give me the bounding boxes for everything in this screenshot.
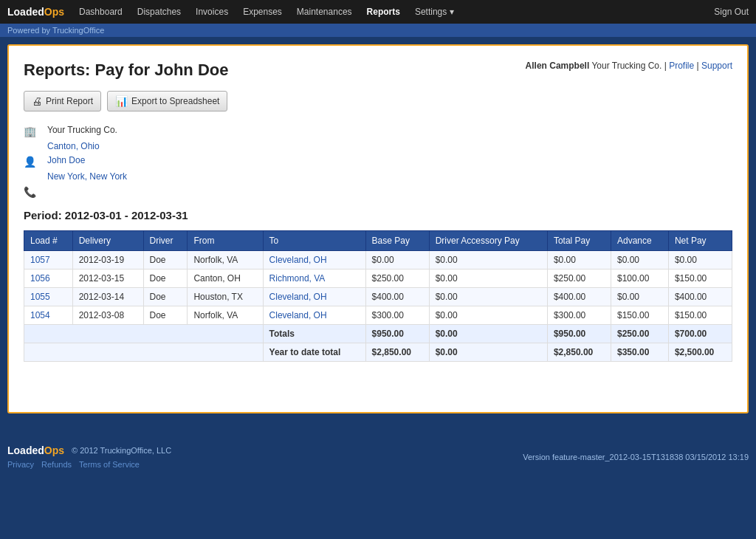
totals-net-pay: $700.00 bbox=[668, 325, 732, 343]
col-driver: Driver bbox=[143, 231, 188, 251]
cell-to: Cleveland, OH bbox=[263, 251, 365, 270]
sign-out-link[interactable]: Sign Out bbox=[714, 7, 749, 17]
ytd-label: Year to date total bbox=[263, 343, 365, 362]
totals-label: Totals bbox=[263, 325, 365, 343]
table-row: 1056 2012-03-15 Doe Canton, OH Richmond,… bbox=[24, 270, 732, 288]
cell-driver: Doe bbox=[143, 270, 188, 288]
cell-delivery: 2012-03-14 bbox=[72, 288, 143, 306]
print-report-button[interactable]: 🖨 Print Report bbox=[24, 91, 101, 111]
nav-dispatches[interactable]: Dispatches bbox=[130, 0, 188, 24]
user-info: Allen Campbell Your Trucking Co. | Profi… bbox=[526, 61, 732, 71]
cell-accessory-pay: $0.00 bbox=[429, 251, 547, 270]
export-spreadsheet-button[interactable]: 📊 Export to Spreadsheet bbox=[107, 91, 227, 111]
col-load: Load # bbox=[24, 231, 73, 251]
driver-name: John Doe bbox=[47, 155, 85, 165]
cell-to: Cleveland, OH bbox=[263, 306, 365, 325]
report-header-row: Reports: Pay for John Doe Allen Campbell… bbox=[24, 61, 732, 80]
nav-settings[interactable]: Settings ▾ bbox=[408, 0, 461, 24]
cell-from: Norfolk, VA bbox=[188, 306, 263, 325]
table-row: 1055 2012-03-14 Doe Houston, TX Clevelan… bbox=[24, 288, 732, 306]
cell-delivery: 2012-03-19 bbox=[72, 251, 143, 270]
footer: LoadedOps © 2012 TruckingOffice, LLC Pri… bbox=[0, 436, 756, 475]
cell-total-pay: $0.00 bbox=[547, 251, 611, 270]
cell-driver: Doe bbox=[143, 251, 188, 270]
nav-expenses[interactable]: Expenses bbox=[236, 0, 289, 24]
ytd-row: Year to date total $2,850.00 $0.00 $2,85… bbox=[24, 343, 732, 362]
cell-net-pay: $150.00 bbox=[668, 306, 732, 325]
content-area: Reports: Pay for John Doe Allen Campbell… bbox=[7, 44, 749, 413]
ytd-base-pay: $2,850.00 bbox=[365, 343, 429, 362]
cell-advance: $100.00 bbox=[611, 270, 668, 288]
footer-logo: LoadedOps © 2012 TruckingOffice, LLC bbox=[7, 444, 171, 456]
period-title: Period: 2012-03-01 - 2012-03-31 bbox=[24, 209, 732, 222]
totals-base-pay: $950.00 bbox=[365, 325, 429, 343]
support-link[interactable]: Support bbox=[701, 61, 732, 71]
nav-maintenances[interactable]: Maintenances bbox=[289, 0, 360, 24]
cell-net-pay: $0.00 bbox=[668, 251, 732, 270]
col-net-pay: Net Pay bbox=[668, 231, 732, 251]
print-icon: 🖨 bbox=[32, 95, 42, 107]
cell-total-pay: $400.00 bbox=[547, 288, 611, 306]
cell-load: 1055 bbox=[24, 288, 73, 306]
col-delivery: Delivery bbox=[72, 231, 143, 251]
col-accessory-pay: Driver Accessory Pay bbox=[429, 231, 547, 251]
export-icon: 📊 bbox=[115, 95, 128, 107]
cell-advance: $0.00 bbox=[611, 288, 668, 306]
powered-by-bar: Powered by TruckingOffice bbox=[0, 24, 756, 37]
footer-logo-text: LoadedOps bbox=[7, 444, 64, 456]
logo[interactable]: LoadedOps bbox=[7, 6, 64, 18]
nav-left: LoadedOps Dashboard Dispatches Invoices … bbox=[7, 0, 461, 24]
driver-row: 👤 John Doe bbox=[24, 155, 732, 168]
ytd-accessory-pay: $0.00 bbox=[429, 343, 547, 362]
building-icon: 🏢 bbox=[24, 126, 40, 137]
profile-link[interactable]: Profile bbox=[669, 61, 694, 71]
top-navigation: LoadedOps Dashboard Dispatches Invoices … bbox=[0, 0, 756, 24]
user-company: Your Trucking Co. bbox=[591, 61, 662, 71]
button-row: 🖨 Print Report 📊 Export to Spreadsheet bbox=[24, 91, 732, 111]
cell-accessory-pay: $0.00 bbox=[429, 288, 547, 306]
col-total-pay: Total Pay bbox=[547, 231, 611, 251]
driver-city: New York, New York bbox=[47, 171, 732, 182]
info-section: 🏢 Your Trucking Co. Canton, Ohio 👤 John … bbox=[24, 125, 732, 198]
phone-row: 📞 bbox=[24, 185, 732, 198]
nav-dashboard[interactable]: Dashboard bbox=[72, 0, 130, 24]
cell-load: 1056 bbox=[24, 270, 73, 288]
ytd-advance: $350.00 bbox=[611, 343, 668, 362]
cell-base-pay: $250.00 bbox=[365, 270, 429, 288]
cell-to: Richmond, VA bbox=[263, 270, 365, 288]
cell-from: Canton, OH bbox=[188, 270, 263, 288]
cell-load: 1057 bbox=[24, 251, 73, 270]
cell-base-pay: $300.00 bbox=[365, 306, 429, 325]
person-icon: 👤 bbox=[24, 156, 40, 168]
footer-refunds-link[interactable]: Refunds bbox=[41, 460, 72, 469]
nav-reports[interactable]: Reports bbox=[360, 0, 408, 24]
cell-driver: Doe bbox=[143, 288, 188, 306]
nav-invoices[interactable]: Invoices bbox=[188, 0, 236, 24]
cell-base-pay: $400.00 bbox=[365, 288, 429, 306]
cell-advance: $0.00 bbox=[611, 251, 668, 270]
col-base-pay: Base Pay bbox=[365, 231, 429, 251]
totals-accessory-pay: $0.00 bbox=[429, 325, 547, 343]
footer-left: LoadedOps © 2012 TruckingOffice, LLC Pri… bbox=[7, 444, 171, 469]
cell-advance: $150.00 bbox=[611, 306, 668, 325]
cell-net-pay: $400.00 bbox=[668, 288, 732, 306]
cell-total-pay: $300.00 bbox=[547, 306, 611, 325]
col-to: To bbox=[263, 231, 365, 251]
table-row: 1054 2012-03-08 Doe Norfolk, VA Clevelan… bbox=[24, 306, 732, 325]
cell-from: Norfolk, VA bbox=[188, 251, 263, 270]
footer-content: LoadedOps © 2012 TruckingOffice, LLC Pri… bbox=[7, 444, 749, 469]
cell-from: Houston, TX bbox=[188, 288, 263, 306]
totals-advance: $250.00 bbox=[611, 325, 668, 343]
cell-base-pay: $0.00 bbox=[365, 251, 429, 270]
cell-load: 1054 bbox=[24, 306, 73, 325]
cell-delivery: 2012-03-08 bbox=[72, 306, 143, 325]
report-title: Reports: Pay for John Doe bbox=[24, 61, 228, 80]
cell-to: Cleveland, OH bbox=[263, 288, 365, 306]
totals-total-pay: $950.00 bbox=[547, 325, 611, 343]
cell-net-pay: $150.00 bbox=[668, 270, 732, 288]
table-header-row: Load # Delivery Driver From To Base Pay … bbox=[24, 231, 732, 251]
footer-privacy-link[interactable]: Privacy bbox=[7, 460, 34, 469]
user-name: Allen Campbell bbox=[526, 61, 590, 71]
footer-terms-link[interactable]: Terms of Service bbox=[79, 460, 140, 469]
totals-row: Totals $950.00 $0.00 $950.00 $250.00 $70… bbox=[24, 325, 732, 343]
